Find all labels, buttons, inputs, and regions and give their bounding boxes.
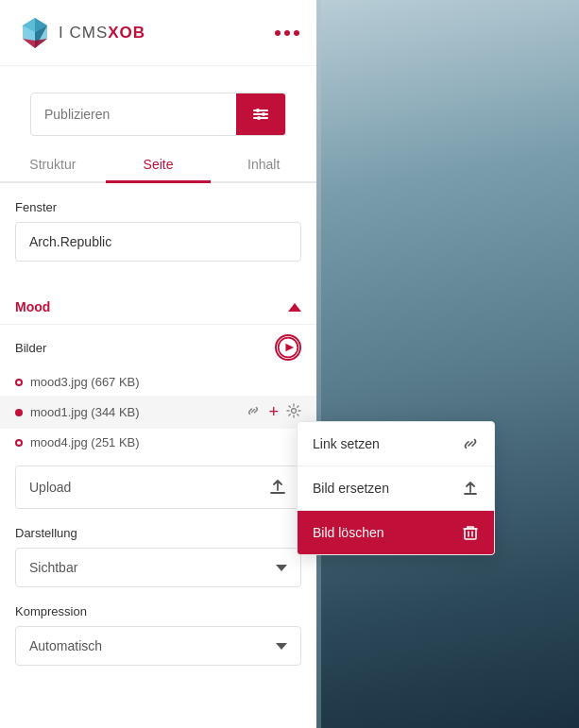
mood-collapse-button[interactable] [288, 303, 301, 312]
file-list: mood3.jpg (667 KB) mood1.jpg (344 KB) [15, 368, 301, 456]
filter-icon [250, 104, 271, 125]
darstellung-label: Darstellung [15, 526, 301, 540]
file-item: mood4.jpg (251 KB) [15, 429, 301, 456]
gear-icon [286, 403, 301, 418]
darstellung-value: Sichtbar [29, 560, 77, 575]
svg-point-13 [257, 116, 261, 120]
file-item: mood3.jpg (667 KB) [15, 368, 301, 396]
mood-title: Mood [15, 299, 50, 314]
svg-point-16 [292, 409, 297, 414]
trash-icon [462, 524, 479, 541]
file-bullet [15, 379, 23, 386]
svg-point-11 [256, 109, 260, 112]
dot-2 [284, 30, 290, 36]
gear-action-icon[interactable] [286, 403, 301, 421]
kompression-dropdown[interactable]: Automatisch [15, 626, 301, 666]
upload-button[interactable]: Upload [15, 466, 301, 509]
publish-input[interactable] [31, 107, 236, 122]
mood-header: Mood [15, 299, 301, 314]
file-item-active[interactable]: mood1.jpg (344 KB) + [0, 396, 316, 429]
file-actions: + [246, 402, 301, 422]
link-icon [246, 403, 261, 418]
context-link-setzen[interactable]: Link setzen [298, 422, 494, 466]
upload-icon [268, 478, 287, 497]
upload-icon [462, 480, 479, 497]
add-image-button[interactable] [275, 334, 301, 361]
context-bild-ersetzen[interactable]: Bild ersetzen [298, 466, 494, 511]
bilder-label: Bilder [15, 341, 46, 355]
tab-seite[interactable]: Seite [106, 147, 212, 181]
filter-button[interactable] [236, 93, 285, 136]
logo-area: I CMSXOB [17, 15, 145, 51]
context-link-label: Link setzen [313, 436, 380, 451]
svg-rect-17 [465, 529, 476, 539]
logo-text: I CMSXOB [59, 24, 145, 42]
darstellung-chevron-icon [276, 565, 287, 571]
kompression-value: Automatisch [29, 638, 102, 653]
dot-1 [275, 30, 281, 36]
file-bullet [15, 439, 23, 447]
file-name: mood3.jpg (667 KB) [30, 375, 140, 389]
kompression-chevron-icon [276, 643, 287, 650]
tab-struktur[interactable]: Struktur [0, 147, 106, 181]
logo-icon [17, 15, 53, 51]
header: I CMSXOB [0, 0, 316, 66]
bilder-row: Bilder [15, 334, 301, 361]
tab-bar: Struktur Seite Inhalt [0, 147, 316, 183]
upload-label: Upload [29, 480, 71, 495]
fenster-input[interactable] [15, 222, 301, 262]
context-bild-loschen[interactable]: Bild löschen [298, 511, 494, 554]
svg-point-12 [262, 112, 265, 116]
dot-3 [294, 30, 299, 36]
add-circle-icon [277, 334, 299, 361]
link-action-icon[interactable] [246, 403, 261, 421]
context-replace-label: Bild ersetzen [313, 481, 389, 496]
svg-marker-15 [285, 344, 294, 352]
fenster-label: Fenster [15, 200, 301, 214]
file-bullet-active [15, 409, 23, 416]
panel-content: Fenster Mood Bilder mo [0, 183, 316, 728]
link-icon [462, 435, 479, 452]
file-name: mood4.jpg (251 KB) [30, 435, 140, 449]
context-menu: Link setzen Bild ersetzen Bild löschen [297, 421, 495, 555]
publish-bar [30, 93, 286, 136]
kompression-label: Kompression [15, 604, 301, 618]
darstellung-dropdown[interactable]: Sichtbar [15, 548, 301, 587]
more-options-button[interactable] [275, 30, 299, 36]
file-name-active: mood1.jpg (344 KB) [30, 405, 140, 419]
add-action-icon[interactable]: + [268, 402, 279, 422]
side-panel: I CMSXOB [0, 0, 316, 728]
context-delete-label: Bild löschen [313, 525, 384, 540]
tab-inhalt[interactable]: Inhalt [211, 147, 316, 181]
